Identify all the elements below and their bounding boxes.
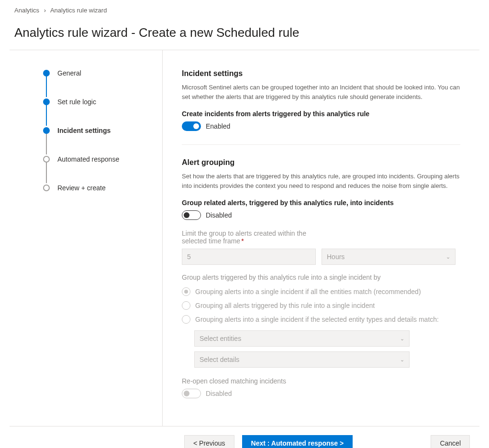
toggle-thumb bbox=[184, 391, 189, 396]
step-incident-settings[interactable]: Incident settings bbox=[43, 127, 162, 134]
toggle-thumb bbox=[184, 212, 189, 218]
select-entities[interactable]: Select entities ⌄ bbox=[194, 330, 410, 347]
section-title: Incident settings bbox=[182, 69, 460, 78]
radio-entities-match[interactable]: Grouping alerts into a single incident i… bbox=[182, 287, 460, 297]
select-details[interactable]: Select details ⌄ bbox=[194, 351, 410, 368]
step-dot-icon bbox=[43, 98, 50, 105]
step-automated-response[interactable]: Automated response bbox=[43, 155, 162, 163]
radio-selected-types[interactable]: Grouping alerts into a single incident i… bbox=[182, 315, 460, 325]
step-general[interactable]: General bbox=[43, 69, 162, 77]
radio-icon bbox=[182, 301, 190, 310]
limit-timeframe-row: 5 Hours ⌄ bbox=[182, 249, 460, 265]
toggle-track bbox=[182, 121, 201, 131]
breadcrumb-current: Analytics rule wizard bbox=[50, 7, 107, 14]
step-label: Automated response bbox=[57, 155, 119, 163]
limit-unit-select[interactable]: Hours ⌄ bbox=[322, 249, 456, 265]
step-set-rule-logic[interactable]: Set rule logic bbox=[43, 98, 162, 106]
page-title: Analytics rule wizard - Create a new Sch… bbox=[0, 17, 489, 50]
next-button[interactable]: Next : Automated response > bbox=[242, 435, 353, 448]
radio-icon bbox=[182, 287, 190, 296]
radio-label: Grouping alerts into a single incident i… bbox=[195, 287, 421, 297]
wizard-steps: General Set rule logic Incident settings… bbox=[10, 50, 163, 426]
reopen-toggle[interactable]: Disabled bbox=[182, 389, 460, 398]
radio-label: Grouping alerts into a single incident i… bbox=[195, 315, 439, 325]
divider bbox=[182, 144, 460, 145]
toggle-state-label: Enabled bbox=[206, 122, 230, 130]
chevron-down-icon: ⌄ bbox=[400, 357, 404, 363]
step-label: Incident settings bbox=[57, 127, 111, 134]
alert-grouping-section: Alert grouping Set how the alerts that a… bbox=[182, 158, 460, 398]
step-review-create[interactable]: Review + create bbox=[43, 184, 162, 192]
reopen-label: Re-open closed matching incidents bbox=[182, 377, 460, 385]
radio-icon bbox=[182, 315, 190, 324]
step-dot-icon bbox=[43, 127, 50, 134]
create-incidents-toggle[interactable]: Enabled bbox=[182, 121, 460, 131]
limit-timeframe-label: Limit the group to alerts created within… bbox=[182, 229, 460, 245]
cancel-button[interactable]: Cancel bbox=[431, 435, 470, 448]
group-related-alerts-toggle[interactable]: Disabled bbox=[182, 210, 460, 220]
section-description: Microsoft Sentinel alerts can be grouped… bbox=[182, 83, 460, 101]
wizard-footer: < Previous Next : Automated response > C… bbox=[0, 426, 489, 448]
previous-button[interactable]: < Previous bbox=[184, 435, 234, 448]
wizard-content: Incident settings Microsoft Sentinel ale… bbox=[163, 50, 479, 426]
toggle-state-label: Disabled bbox=[206, 390, 232, 397]
step-dot-icon bbox=[43, 70, 50, 76]
chevron-down-icon: ⌄ bbox=[400, 336, 404, 342]
section-description: Set how the alerts that are triggered by… bbox=[182, 172, 460, 190]
step-label: Set rule logic bbox=[57, 98, 96, 106]
breadcrumb-root[interactable]: Analytics bbox=[14, 7, 39, 14]
step-dot-icon bbox=[43, 185, 50, 191]
section-title: Alert grouping bbox=[182, 158, 460, 167]
step-label: Review + create bbox=[57, 184, 106, 192]
limit-value-input[interactable]: 5 bbox=[182, 249, 316, 265]
group-related-alerts-label: Group related alerts, triggered by this … bbox=[182, 199, 460, 207]
breadcrumb: Analytics › Analytics rule wizard bbox=[0, 0, 489, 17]
wizard-container: General Set rule logic Incident settings… bbox=[10, 50, 479, 426]
toggle-state-label: Disabled bbox=[206, 211, 232, 219]
create-incidents-label: Create incidents from alerts triggered b… bbox=[182, 110, 460, 118]
chevron-right-icon: › bbox=[44, 7, 46, 14]
toggle-track bbox=[182, 389, 201, 398]
radio-all-alerts[interactable]: Grouping all alerts triggered by this ru… bbox=[182, 301, 460, 311]
chevron-down-icon: ⌄ bbox=[446, 254, 450, 260]
step-dot-icon bbox=[43, 156, 50, 163]
step-label: General bbox=[57, 69, 81, 77]
radio-label: Grouping all alerts triggered by this ru… bbox=[195, 301, 375, 311]
group-method-label: Group alerts triggered by this analytics… bbox=[182, 273, 460, 281]
toggle-track bbox=[182, 210, 201, 220]
toggle-thumb bbox=[193, 123, 199, 129]
incident-settings-section: Incident settings Microsoft Sentinel ale… bbox=[182, 69, 460, 131]
